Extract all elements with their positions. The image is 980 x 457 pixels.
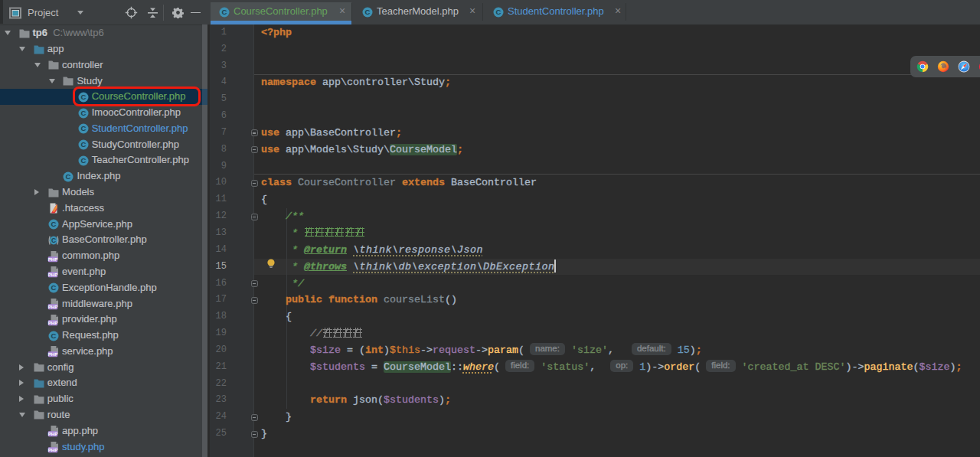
- svg-text:C: C: [496, 8, 501, 16]
- svg-text:C: C: [365, 8, 371, 16]
- svg-text:C: C: [51, 284, 57, 292]
- svg-text:C: C: [51, 237, 56, 244]
- svg-text:PHP: PHP: [48, 305, 57, 309]
- svg-text:C: C: [80, 156, 86, 165]
- svg-text:C: C: [222, 8, 227, 16]
- svg-text:C: C: [80, 125, 86, 133]
- svg-text:PHP: PHP: [48, 273, 57, 277]
- svg-text:PHP: PHP: [48, 448, 57, 452]
- svg-text:C: C: [51, 331, 57, 340]
- svg-text:PHP: PHP: [48, 352, 57, 357]
- svg-text:C: C: [80, 141, 86, 149]
- svg-text:PHP: PHP: [48, 256, 57, 261]
- svg-text:C: C: [80, 109, 86, 117]
- svg-text:PHP: PHP: [48, 432, 57, 436]
- svg-text:C: C: [66, 172, 71, 181]
- svg-text:C: C: [51, 220, 57, 228]
- svg-text:PHP: PHP: [48, 320, 57, 325]
